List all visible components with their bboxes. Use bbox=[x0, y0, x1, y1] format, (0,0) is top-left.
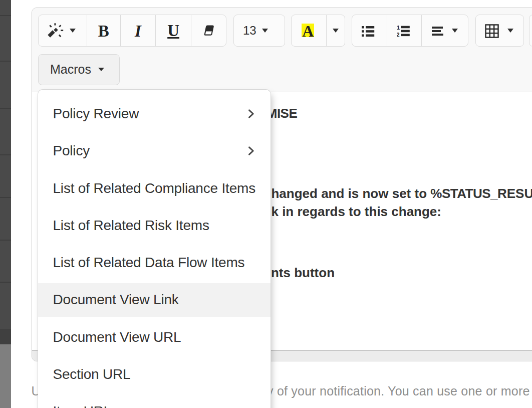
svg-text:1: 1 bbox=[397, 26, 400, 31]
svg-text:2: 2 bbox=[397, 31, 400, 36]
